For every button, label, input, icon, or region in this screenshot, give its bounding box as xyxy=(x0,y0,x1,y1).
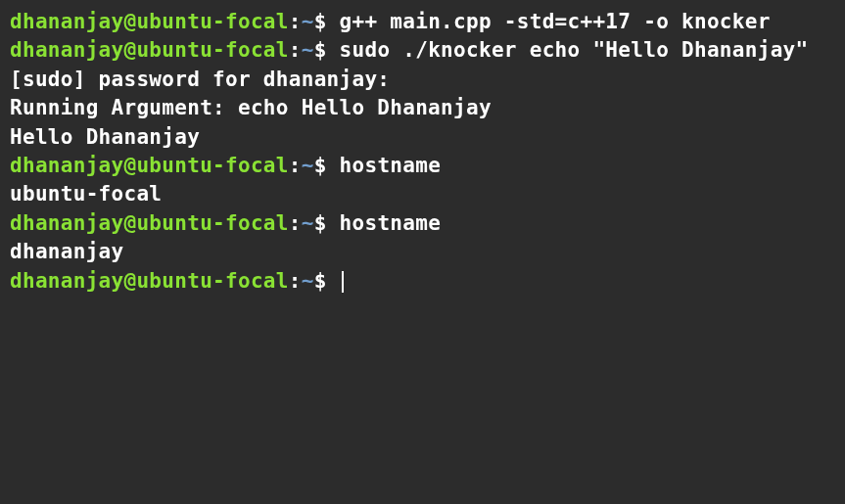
prompt-user-host: dhananjay@ubuntu-focal xyxy=(10,10,289,33)
prompt-path: ~ xyxy=(302,154,314,177)
terminal-output: Hello Dhananjay xyxy=(10,123,835,152)
prompt-colon: : xyxy=(289,269,302,293)
terminal-output: dhananjay xyxy=(10,238,835,266)
terminal-line-1: dhananjay@ubuntu-focal:~$ g++ main.cpp -… xyxy=(10,8,835,36)
prompt-colon: : xyxy=(289,154,302,177)
prompt-path: ~ xyxy=(302,10,314,33)
command-text xyxy=(327,211,340,235)
prompt-user-host: dhananjay@ubuntu-focal xyxy=(10,269,289,293)
prompt-symbol: $ xyxy=(314,10,327,33)
terminal-output: [sudo] password for dhananjay: xyxy=(10,66,835,94)
command-text: g++ main.cpp -std=c++17 -o knocker xyxy=(340,10,771,33)
command-text: hostname xyxy=(340,154,442,177)
prompt-path: ~ xyxy=(302,269,314,293)
prompt-colon: : xyxy=(289,38,302,62)
command-text xyxy=(327,38,340,62)
terminal-output: ubuntu-focal xyxy=(10,180,835,208)
command-text: sudo ./knocker echo "Hello Dhananjay" xyxy=(340,38,809,62)
terminal[interactable]: dhananjay@ubuntu-focal:~$ g++ main.cpp -… xyxy=(10,8,835,296)
prompt-path: ~ xyxy=(302,211,314,235)
prompt-symbol: $ xyxy=(314,269,327,293)
prompt-colon: : xyxy=(289,10,302,33)
cursor-icon xyxy=(342,271,344,293)
terminal-line-8: dhananjay@ubuntu-focal:~$ hostname xyxy=(10,209,835,238)
prompt-symbol: $ xyxy=(314,211,327,235)
command-text xyxy=(327,269,340,293)
command-text xyxy=(327,154,340,177)
command-text xyxy=(327,10,340,33)
prompt-colon: : xyxy=(289,211,302,235)
prompt-path: ~ xyxy=(302,38,314,62)
command-text: hostname xyxy=(340,211,442,235)
prompt-user-host: dhananjay@ubuntu-focal xyxy=(10,211,289,235)
terminal-line-6: dhananjay@ubuntu-focal:~$ hostname xyxy=(10,152,835,180)
terminal-output: Running Argument: echo Hello Dhananjay xyxy=(10,94,835,122)
terminal-line-10: dhananjay@ubuntu-focal:~$ xyxy=(10,267,835,296)
terminal-line-2: dhananjay@ubuntu-focal:~$ sudo ./knocker… xyxy=(10,36,835,65)
prompt-symbol: $ xyxy=(314,154,327,177)
prompt-user-host: dhananjay@ubuntu-focal xyxy=(10,154,289,177)
prompt-symbol: $ xyxy=(314,38,327,62)
prompt-user-host: dhananjay@ubuntu-focal xyxy=(10,38,289,62)
